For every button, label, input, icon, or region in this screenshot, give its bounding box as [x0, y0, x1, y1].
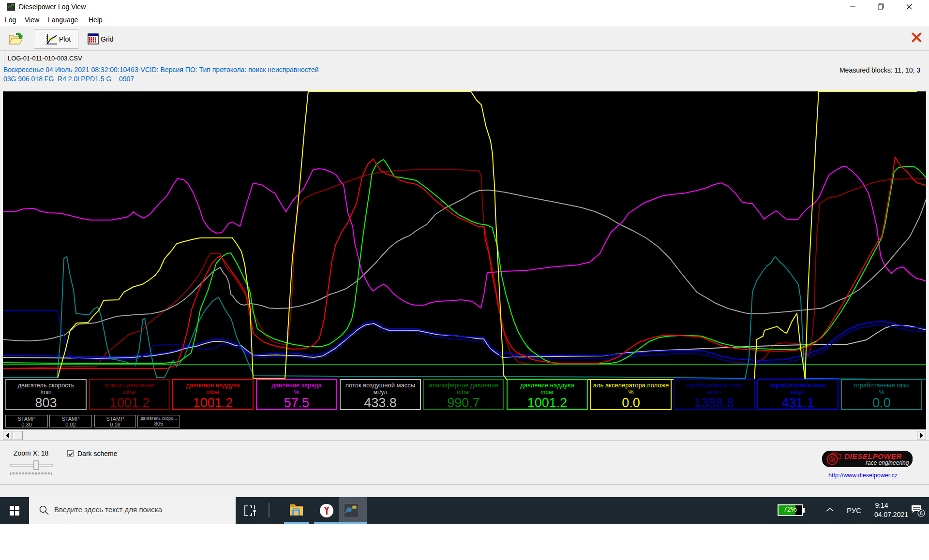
svg-text:6: 6 [920, 511, 923, 516]
svg-text:race engineering: race engineering [866, 459, 909, 466]
